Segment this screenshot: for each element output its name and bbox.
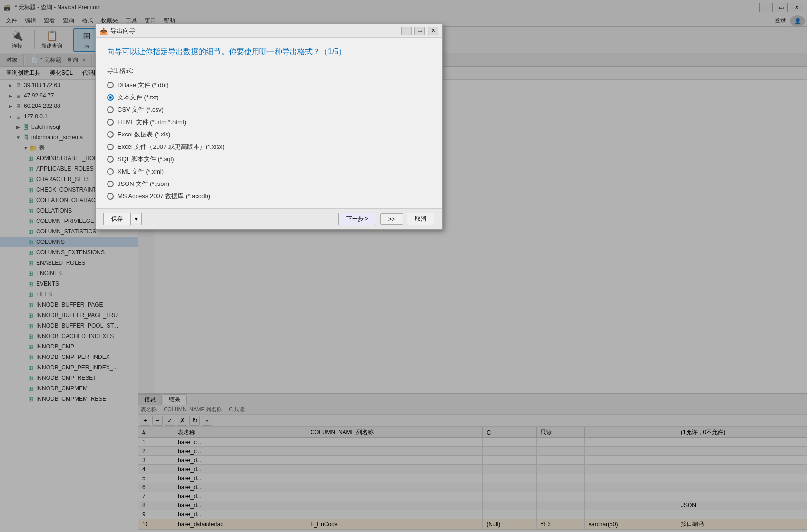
radio-xls[interactable]: Excel 数据表 (*.xls): [107, 130, 431, 139]
modal-maximize-btn[interactable]: ▭: [414, 27, 425, 35]
modal-dialog: 📤 导出向导 ─ ▭ ✕ 向导可以让你指定导出数据的细节。你要使用哪一种导出格式…: [95, 24, 443, 230]
radio-csv-circle: [107, 106, 114, 113]
radio-xls-label: Excel 数据表 (*.xls): [118, 130, 170, 139]
modal-minimize-btn[interactable]: ─: [401, 27, 412, 35]
radio-xml-label: XML 文件 (*.xml): [118, 167, 164, 176]
radio-xlsx[interactable]: Excel 文件（2007 或更高版本）(*.xlsx): [107, 143, 431, 151]
radio-xls-circle: [107, 131, 114, 138]
radio-csv[interactable]: CSV 文件 (*.csv): [107, 106, 431, 114]
radio-dbf-label: DBase 文件 (*.dbf): [118, 81, 169, 89]
radio-sql-circle: [107, 156, 114, 163]
cancel-button[interactable]: 取消: [407, 213, 434, 225]
radio-json-circle: [107, 181, 114, 187]
modal-overlay: 📤 导出向导 ─ ▭ ✕ 向导可以让你指定导出数据的细节。你要使用哪一种导出格式…: [0, 0, 807, 532]
modal-title-icon: 📤: [99, 27, 108, 35]
radio-txt[interactable]: 文本文件 (*.txt): [107, 93, 431, 102]
radio-dbf[interactable]: DBase 文件 (*.dbf): [107, 81, 431, 89]
radio-xml[interactable]: XML 文件 (*.xml): [107, 167, 431, 176]
save-dropdown-btn[interactable]: ▼: [131, 214, 141, 223]
next-step-button[interactable]: 下一步 >: [338, 213, 376, 225]
radio-xlsx-label: Excel 文件（2007 或更高版本）(*.xlsx): [118, 143, 225, 151]
radio-txt-circle: [107, 94, 114, 101]
modal-body: 向导可以让你指定导出数据的细节。你要使用哪一种导出格式？（1/5） 导出格式: …: [96, 38, 442, 208]
radio-dbf-circle: [107, 82, 114, 88]
radio-sql-label: SQL 脚本文件 (*.sql): [118, 155, 174, 164]
radio-group: DBase 文件 (*.dbf) 文本文件 (*.txt) CSV 文件 (*.…: [107, 81, 431, 201]
radio-json[interactable]: JSON 文件 (*.json): [107, 180, 431, 188]
modal-footer: 保存 ▼ 下一步 > >> 取消: [96, 208, 442, 229]
modal-title-bar: 📤 导出向导 ─ ▭ ✕: [96, 24, 442, 38]
radio-sql[interactable]: SQL 脚本文件 (*.sql): [107, 155, 431, 164]
radio-html-label: HTML 文件 (*.htm;*.html): [118, 118, 186, 126]
radio-xml-circle: [107, 168, 114, 175]
skip-button[interactable]: >>: [380, 213, 403, 225]
modal-close-btn[interactable]: ✕: [428, 27, 438, 35]
radio-accdb[interactable]: MS Access 2007 数据库 (*.accdb): [107, 192, 431, 201]
modal-title-text: 导出向导: [110, 27, 398, 35]
radio-xlsx-circle: [107, 144, 114, 150]
radio-txt-label: 文本文件 (*.txt): [118, 93, 159, 102]
modal-format-label: 导出格式:: [107, 67, 431, 75]
radio-accdb-label: MS Access 2007 数据库 (*.accdb): [118, 192, 210, 201]
radio-html-circle: [107, 119, 114, 126]
radio-accdb-circle: [107, 193, 114, 200]
modal-heading: 向导可以让你指定导出数据的细节。你要使用哪一种导出格式？（1/5）: [107, 47, 431, 57]
radio-csv-label: CSV 文件 (*.csv): [118, 106, 164, 114]
footer-save-area: 保存 ▼: [103, 213, 142, 225]
radio-html[interactable]: HTML 文件 (*.htm;*.html): [107, 118, 431, 126]
radio-json-label: JSON 文件 (*.json): [118, 180, 169, 188]
save-button[interactable]: 保存: [104, 213, 131, 225]
